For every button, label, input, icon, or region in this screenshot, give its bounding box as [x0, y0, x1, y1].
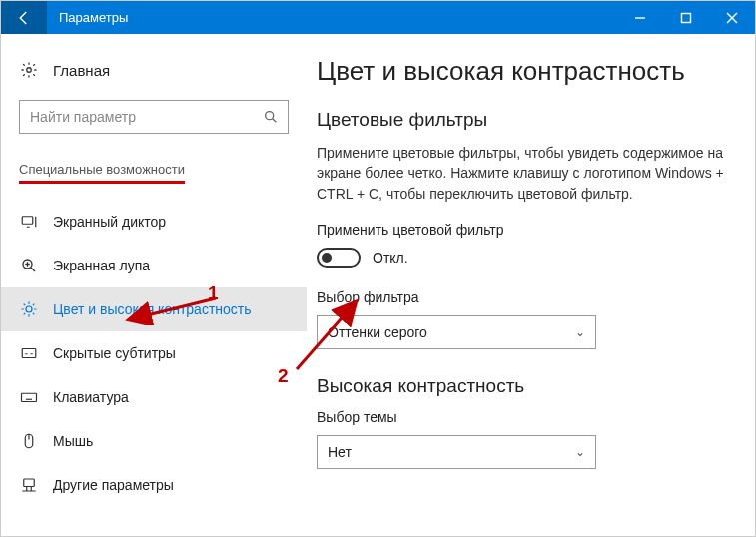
- filter-select-label: Выбор фильтра: [317, 289, 729, 305]
- filter-select[interactable]: Оттенки серого ⌄: [317, 315, 596, 349]
- svg-line-9: [31, 268, 35, 271]
- chevron-down-icon: ⌄: [575, 445, 585, 459]
- mouse-icon: [19, 432, 39, 450]
- sidebar: Главная Найти параметр Специальные возмо…: [1, 34, 307, 537]
- sidebar-home[interactable]: Главная: [1, 50, 307, 90]
- apply-filter-label: Применить цветовой фильтр: [317, 222, 729, 238]
- sidebar-item-label: Экранная лупа: [53, 258, 150, 273]
- search-icon: [262, 109, 280, 125]
- theme-select-label: Выбор темы: [317, 409, 729, 425]
- svg-rect-1: [682, 13, 691, 22]
- magnifier-icon: [19, 257, 39, 274]
- svg-rect-7: [22, 217, 33, 225]
- svg-point-12: [26, 306, 32, 312]
- sidebar-item-label: Скрытые субтитры: [53, 345, 176, 361]
- sidebar-item-keyboard[interactable]: Клавиатура: [1, 375, 307, 419]
- theme-select-value: Нет: [328, 444, 352, 460]
- page-title: Цвет и высокая контрастность: [317, 56, 729, 87]
- filter-select-value: Оттенки серого: [328, 324, 427, 340]
- svg-line-6: [273, 119, 277, 123]
- svg-rect-13: [22, 349, 36, 358]
- sidebar-item-narrator[interactable]: Экранный диктор: [1, 200, 307, 244]
- sidebar-item-label: Мышь: [53, 433, 93, 449]
- brightness-icon: [19, 300, 39, 318]
- home-label: Главная: [53, 62, 110, 79]
- minimize-button[interactable]: [617, 1, 663, 34]
- sidebar-item-label: Экранный диктор: [53, 214, 166, 230]
- maximize-button[interactable]: [663, 1, 709, 34]
- other-icon: [19, 476, 39, 494]
- section-color-filters-title: Цветовые фильтры: [317, 109, 729, 131]
- gear-icon: [19, 61, 39, 79]
- close-button[interactable]: [709, 1, 755, 34]
- sidebar-item-label: Клавиатура: [53, 389, 129, 405]
- search-placeholder: Найти параметр: [30, 109, 262, 125]
- sidebar-item-label: Цвет и высокая контрастность: [53, 301, 252, 317]
- search-input[interactable]: Найти параметр: [19, 100, 289, 134]
- apply-filter-toggle[interactable]: [317, 248, 361, 268]
- sidebar-item-label: Другие параметры: [53, 477, 174, 493]
- titlebar: Параметры: [1, 1, 755, 34]
- toggle-thumb: [322, 253, 332, 263]
- section-color-filters-desc: Примените цветовые фильтры, чтобы увидет…: [317, 143, 729, 204]
- svg-point-5: [266, 112, 274, 120]
- toggle-state-label: Откл.: [373, 250, 408, 266]
- sidebar-category: Специальные возможности: [19, 162, 185, 184]
- sidebar-item-magnifier[interactable]: Экранная лупа: [1, 244, 307, 287]
- section-high-contrast-title: Высокая контрастность: [317, 375, 729, 397]
- sidebar-item-color-contrast[interactable]: Цвет и высокая контрастность: [1, 287, 307, 331]
- sidebar-item-other[interactable]: Другие параметры: [1, 463, 307, 507]
- theme-select[interactable]: Нет ⌄: [317, 435, 596, 469]
- captions-icon: [19, 344, 39, 362]
- sidebar-item-captions[interactable]: Скрытые субтитры: [1, 331, 307, 375]
- narrator-icon: [19, 213, 39, 231]
- sidebar-nav: Экранный диктор Экранная лупа Цвет и выс…: [1, 200, 307, 507]
- chevron-down-icon: ⌄: [575, 325, 585, 339]
- svg-rect-14: [22, 393, 37, 401]
- back-button[interactable]: [1, 1, 47, 34]
- keyboard-icon: [19, 388, 39, 406]
- window-title: Параметры: [47, 10, 617, 25]
- svg-point-4: [27, 68, 32, 73]
- sidebar-item-mouse[interactable]: Мышь: [1, 419, 307, 463]
- main-panel: Цвет и высокая контрастность Цветовые фи…: [307, 34, 755, 537]
- svg-rect-17: [24, 479, 35, 487]
